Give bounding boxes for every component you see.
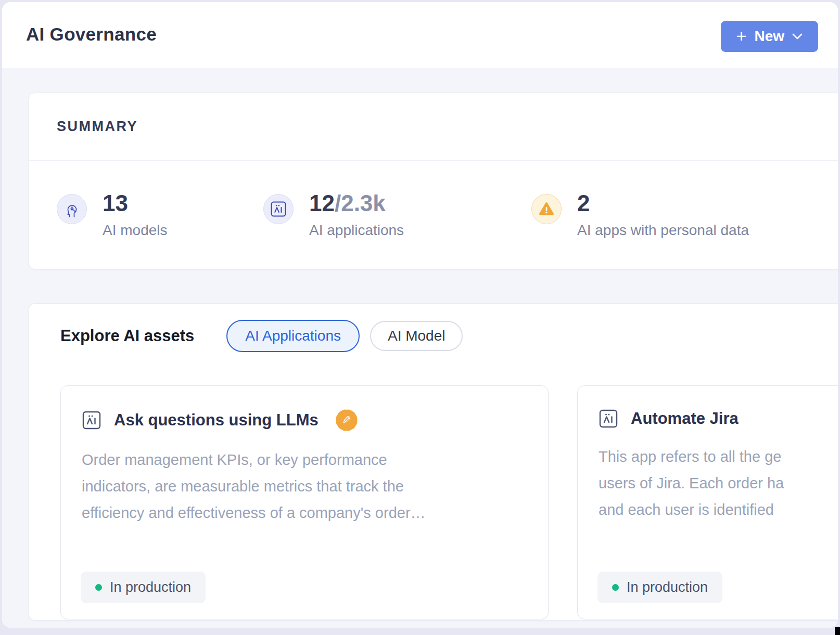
explore-header: Explore AI assets AI Applications AI Mod…	[29, 304, 838, 352]
card-description: Order management KPIs, or key performanc…	[82, 447, 527, 526]
app-card-automate-jira[interactable]: Automate Jira This app refers to all the…	[577, 385, 838, 619]
explore-heading: Explore AI assets	[60, 327, 194, 345]
stat-value: 12/2.3k	[309, 190, 404, 217]
card-description-line: users of Jira. Each order ha	[599, 470, 838, 497]
stat-text: 12/2.3k AI applications	[309, 190, 404, 239]
stat-text: 2 AI apps with personal data	[577, 190, 749, 239]
status-label: In production	[627, 579, 708, 595]
summary-heading: SUMMARY	[57, 119, 138, 135]
stat-value-secondary: /2.3k	[335, 190, 386, 216]
stat-value: 2	[577, 190, 749, 217]
status-label: In production	[110, 579, 191, 595]
content-area: SUMMARY 13 AI mode	[2, 68, 838, 628]
card-description-line: Order management KPIs, or key performanc…	[82, 447, 527, 473]
pencil-icon: ✎	[335, 409, 358, 432]
stat-value: 13	[103, 190, 168, 217]
stat-ai-apps-personal-data: 2 AI apps with personal data	[531, 194, 749, 239]
chevron-down-icon	[792, 33, 803, 40]
ai-application-icon	[263, 194, 294, 224]
app-window: AI Governance + New SUMMARY	[2, 2, 838, 628]
explore-section: Explore AI assets AI Applications AI Mod…	[29, 303, 838, 620]
tab-ai-model[interactable]: AI Model	[370, 321, 463, 351]
summary-stats: 13 AI models	[29, 161, 838, 239]
status-badge: In production	[81, 572, 206, 603]
pencil-seal-badge-icon: ✎	[335, 409, 358, 432]
status-dot-icon	[612, 584, 619, 591]
card-description-line: This app refers to all the ge	[599, 444, 838, 470]
card-footer: In production	[578, 563, 838, 603]
new-button-label: New	[754, 28, 784, 45]
card-title: Automate Jira	[631, 409, 739, 428]
stat-text: 13 AI models	[103, 190, 168, 239]
card-title-row: Automate Jira	[578, 386, 838, 429]
card-description-line: efficiency and effectiveness of a compan…	[82, 500, 527, 526]
app-card-ask-questions[interactable]: Ask questions using LLMs ✎ Order managem…	[60, 385, 549, 619]
card-description: This app refers to all the ge users of J…	[599, 444, 838, 523]
stat-label: AI models	[103, 222, 168, 239]
card-description-line: indicators, are measurable metrics that …	[82, 473, 527, 500]
stat-value-primary: 12	[309, 190, 335, 216]
status-dot-icon	[95, 584, 102, 591]
summary-card-header: SUMMARY	[29, 93, 838, 161]
stat-ai-applications: 12/2.3k AI applications	[263, 194, 531, 239]
card-footer: In production	[61, 563, 548, 603]
page-title: AI Governance	[26, 24, 157, 45]
card-title-row: Ask questions using LLMs ✎	[61, 386, 548, 432]
page-header: AI Governance + New	[2, 2, 838, 68]
status-badge: In production	[597, 572, 722, 603]
card-title: Ask questions using LLMs	[114, 411, 319, 430]
tab-ai-applications[interactable]: AI Applications	[226, 320, 360, 352]
app-cards-row: Ask questions using LLMs ✎ Order managem…	[60, 385, 838, 619]
capture-artifact	[835, 627, 840, 635]
ai-model-head-icon	[57, 194, 87, 224]
stat-label: AI applications	[309, 222, 404, 239]
card-description-line: and each user is identified	[599, 497, 838, 523]
plus-icon: +	[736, 27, 747, 45]
ai-application-icon	[82, 410, 101, 430]
stat-label: AI apps with personal data	[577, 222, 749, 239]
warning-icon	[531, 194, 562, 224]
summary-card: SUMMARY 13 AI mode	[29, 93, 838, 269]
new-button[interactable]: + New	[721, 21, 818, 52]
stat-ai-models: 13 AI models	[57, 194, 263, 239]
ai-application-icon	[599, 409, 618, 429]
